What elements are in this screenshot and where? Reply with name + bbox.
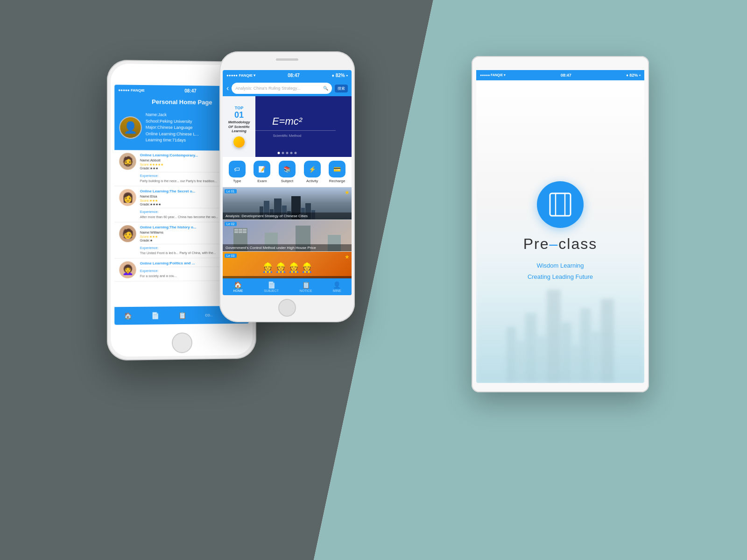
phone-mid: ●●●●● FANQIE ▾ 08:47 ♦ 82% ▪ ‹ Analysis:… — [219, 51, 355, 322]
bnm-subject-label: SUBJECT — [264, 289, 279, 292]
type-icon: 🏷 — [229, 161, 246, 177]
signal-mid: ♦ 82% ▪ — [332, 73, 348, 78]
bnm-subject[interactable]: 📄 SUBJECT — [264, 281, 279, 292]
cat-type[interactable]: 🏷 Type — [229, 161, 246, 183]
avatar-1: 🧔 — [119, 153, 136, 170]
bnm-subject-icon: 📄 — [268, 281, 275, 289]
avatar-2: 👩 — [119, 189, 136, 206]
dot-1 — [278, 152, 280, 154]
course-item-1[interactable]: Le 01 ★ Analysis: Development Strategy o… — [223, 187, 352, 220]
top-num: 01 — [234, 110, 244, 120]
decorative-ball — [233, 136, 245, 148]
cat-subject[interactable]: 📚 Subject — [279, 161, 296, 183]
subject-label: Subject — [281, 179, 294, 183]
search-button[interactable]: 搜索 — [335, 85, 348, 92]
star-1: ★ — [345, 189, 350, 196]
time-mid: 08:47 — [288, 73, 300, 78]
search-placeholder: Analysis: China's Ruling Strategy... — [235, 86, 300, 91]
hero-image: TOP 01 Methodology OF Scientific Learnin… — [223, 96, 352, 157]
search-input[interactable]: Analysis: China's Ruling Strategy... 🔍 — [232, 83, 332, 94]
activity-icon: ⚡ — [304, 161, 321, 177]
profile-name: Name:Jack — [146, 112, 199, 119]
subject-icon: 📚 — [279, 161, 296, 177]
status-bar-mid: ●●●●● FANQIE ▾ 08:47 ♦ 82% ▪ — [223, 70, 352, 80]
type-label: Type — [233, 179, 241, 183]
tablet-screen: Pre–class Wisdom Learning Creating Leadi… — [476, 80, 644, 383]
bnm-home-label: HOME — [233, 289, 243, 292]
search-bar-row: ‹ Analysis: China's Ruling Strategy... 🔍… — [223, 80, 352, 96]
bnm-home[interactable]: 🏠 HOME — [233, 281, 243, 292]
nav-home-left[interactable]: 🏠 — [124, 312, 132, 319]
carrier-mid: ●●●●● FANQIE ▾ — [226, 73, 255, 78]
nav-doc-left[interactable]: 📄 — [151, 312, 159, 319]
exam-label: Exam — [257, 179, 267, 183]
profile-time: Learning time:71days — [146, 137, 199, 143]
splash-city-bg — [476, 243, 644, 383]
bnm-notice-label: NOTICE — [300, 289, 312, 292]
avatar-4: 👩‍🦱 — [119, 261, 136, 278]
tablet-right: ●●●●● FANQIE ▾ 08:47 ♦ 82% ▪ — [472, 56, 649, 392]
rank-3: Le 03 — [225, 254, 237, 258]
dot-2 — [282, 152, 284, 154]
search-icon: 🔍 — [323, 86, 328, 91]
bnm-home-icon: 🏠 — [234, 281, 242, 289]
cat-exam[interactable]: 📝 Exam — [254, 161, 270, 183]
home-icon-left: 🏠 — [124, 312, 132, 319]
activity-label: Activity — [306, 179, 318, 183]
profile-major: Major:Chinese Language — [146, 124, 199, 131]
back-arrow[interactable]: ‹ — [226, 84, 229, 92]
math-formula: E=mc² — [272, 115, 302, 128]
profile-info: Name:Jack School:Peking University Major… — [146, 112, 199, 143]
carrier-left: ●●●●● FANQIE — [118, 88, 145, 92]
home-button-mid[interactable] — [278, 299, 296, 317]
face-3: 🧑 — [119, 225, 136, 242]
tablet-carrier: ●●●●● FANQIE ▾ — [480, 73, 506, 77]
hero-carousel: TOP 01 Methodology OF Scientific Learnin… — [223, 96, 352, 157]
top-label: TOP — [235, 106, 243, 110]
hero-course-title: Methodology OF Scientific Learning — [226, 120, 252, 134]
logo-svg — [546, 191, 574, 219]
rank-1: Le 01 — [225, 189, 237, 193]
svg-rect-0 — [550, 193, 571, 216]
cat-activity[interactable]: ⚡ Activity — [304, 161, 321, 183]
list-icon-left: 📋 — [178, 312, 186, 319]
cat-recharge[interactable]: 💳 Recharge — [329, 161, 345, 183]
nav-list-left[interactable]: 📋 — [178, 312, 186, 319]
course-label-1: Analysis: Development Strategy of Chines… — [223, 213, 352, 220]
profile-learning: Online Learning:Chinese L... — [146, 131, 199, 137]
devices-wrapper: ●●●●● FANQIE 08:47 82% Personal Home Pag… — [84, 37, 663, 514]
speaker-mid — [276, 58, 298, 61]
bnm-mine-icon: 👤 — [333, 281, 341, 289]
tablet-time: 08:47 — [561, 73, 571, 78]
tablet-signal: ♦ 82% ▪ — [626, 73, 641, 78]
profile-avatar: 👤 — [119, 116, 141, 139]
rank-2: Le 02 — [225, 222, 237, 226]
splash-background: Pre–class Wisdom Learning Creating Leadi… — [476, 80, 644, 383]
app-logo — [537, 181, 584, 228]
time-left: 08:47 — [184, 88, 197, 93]
avatar-3: 🧑 — [119, 225, 136, 242]
course-item-2[interactable]: Le 02 Government's Control Method under … — [223, 220, 352, 252]
face-2: 👩 — [119, 189, 136, 206]
exam-icon: 📝 — [254, 161, 270, 177]
tablet-status-bar: ●●●●● FANQIE ▾ 08:47 ♦ 82% ▪ — [476, 70, 644, 80]
bnm-mine-label: MINE — [333, 289, 341, 292]
phone-mid-screen: ●●●●● FANQIE ▾ 08:47 ♦ 82% ▪ ‹ Analysis:… — [223, 70, 352, 295]
profile-school: School:Peking University — [146, 118, 199, 125]
carousel-dots — [278, 152, 297, 154]
star-3: ★ — [345, 254, 350, 260]
doc-icon-left: 📄 — [151, 312, 159, 319]
hero-badge: TOP 01 Methodology OF Scientific Learnin… — [223, 96, 255, 157]
nav-label-co[interactable]: CO... — [205, 313, 212, 317]
math-subtext: Scientific Method — [273, 134, 302, 138]
dot-3 — [286, 152, 289, 154]
bnm-notice[interactable]: 📋 NOTICE — [300, 281, 312, 292]
avatar-face: 👤 — [120, 117, 141, 138]
course-label-2: Government's Control Method under High H… — [223, 244, 352, 251]
recharge-label: Recharge — [329, 179, 345, 183]
dot-4 — [290, 152, 293, 154]
category-row: 🏷 Type 📝 Exam 📚 Subject ⚡ Activity 💳 — [223, 157, 352, 187]
face-4: 👩‍🦱 — [119, 261, 136, 278]
bnm-mine[interactable]: 👤 MINE — [333, 281, 341, 292]
face-1: 🧔 — [119, 153, 136, 170]
